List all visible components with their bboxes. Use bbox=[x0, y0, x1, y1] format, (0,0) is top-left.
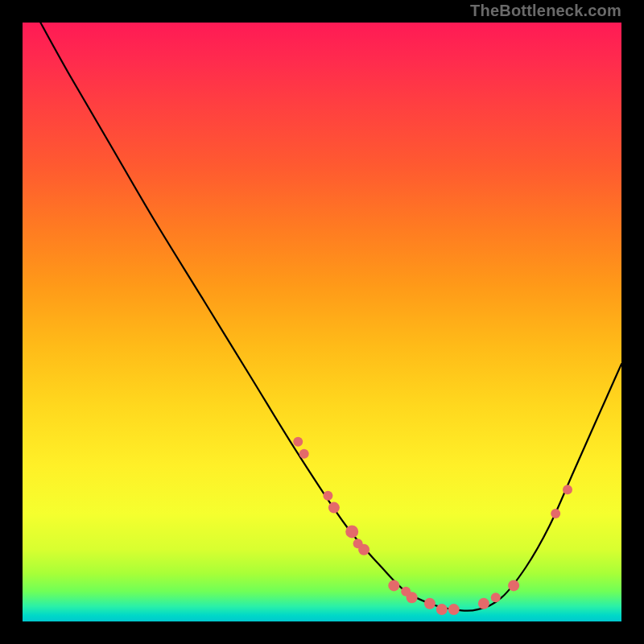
curve-marker bbox=[491, 592, 501, 602]
attribution-text: TheBottleneck.com bbox=[470, 2, 621, 20]
curve-marker bbox=[478, 598, 489, 609]
curve-marker bbox=[551, 509, 560, 518]
curve-marker bbox=[448, 604, 460, 615]
curve-marker bbox=[508, 580, 519, 591]
curve-marker bbox=[563, 485, 572, 494]
curve-marker bbox=[323, 491, 332, 501]
chart-area bbox=[23, 23, 621, 621]
curve-marker bbox=[388, 580, 399, 591]
chart-svg bbox=[23, 23, 621, 621]
bottleneck-curve-line bbox=[40, 23, 621, 611]
curve-marker bbox=[353, 539, 363, 548]
curve-marker bbox=[299, 449, 309, 459]
curve-marker bbox=[328, 502, 340, 514]
curve-marker bbox=[345, 525, 358, 538]
marker-group bbox=[293, 437, 572, 615]
curve-marker bbox=[401, 587, 411, 597]
curve-marker bbox=[424, 598, 436, 609]
curve-marker bbox=[293, 437, 303, 447]
stage: TheBottleneck.com bbox=[0, 0, 644, 644]
curve-marker bbox=[436, 604, 448, 615]
